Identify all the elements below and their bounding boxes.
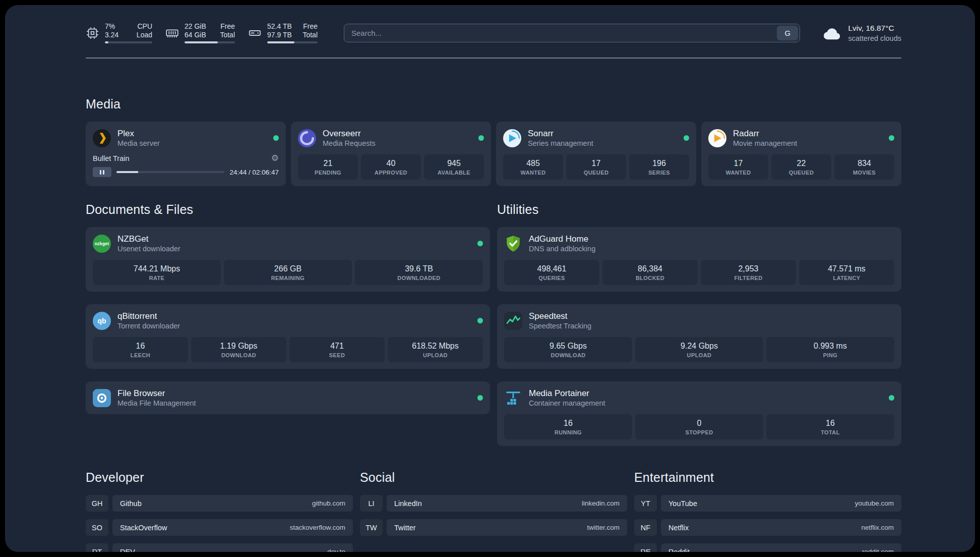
stat-label: QUERIES — [506, 275, 597, 282]
stat-label: LATENCY — [801, 275, 892, 282]
stat-box: 618.52 MbpsUPLOAD — [388, 337, 483, 362]
dashboard-content: 7%CPU 3.24Load 22 GiBFree 64 GiBTotal — [86, 5, 901, 552]
stat-box: 1.19 GbpsDOWNLOAD — [191, 337, 286, 362]
bookmark-group-social: Social LI LinkedInlinkedin.com TW Twitte… — [360, 470, 627, 552]
cpu-usage: 7% — [105, 22, 115, 31]
bookmark-group-entertainment: Entertainment YT YouTubeyoutube.com NF N… — [634, 470, 901, 552]
service-desc: DNS and adblocking — [529, 244, 595, 253]
speedtest-icon — [504, 312, 522, 330]
stat-box: 485WANTED — [503, 154, 563, 180]
playback-progress-track[interactable] — [116, 171, 224, 173]
service-desc: Series management — [528, 139, 593, 148]
stat-label: RATE — [95, 275, 219, 282]
overseerr-icon — [298, 129, 316, 147]
bookmark-url: github.com — [312, 499, 345, 507]
radarr-icon — [708, 129, 726, 147]
stat-value: 618.52 Mbps — [390, 341, 481, 351]
stat-label: TOTAL — [768, 429, 892, 436]
stat-label: PING — [768, 352, 892, 359]
adguard-icon — [504, 235, 522, 253]
stat-box: 17QUEUED — [566, 154, 626, 180]
service-name: NZBGet — [117, 234, 180, 244]
stat-value: 39.6 TB — [357, 264, 481, 273]
bookmark-name: StackOverflow — [120, 524, 167, 532]
service-name: AdGuard Home — [529, 234, 595, 244]
stat-value: 498,461 — [506, 264, 597, 273]
pause-button[interactable] — [93, 167, 111, 177]
dashboard-panel: 7%CPU 3.24Load 22 GiBFree 64 GiBTotal — [5, 5, 975, 552]
stat-label: SEED — [291, 352, 383, 359]
stat-value: 485 — [505, 158, 561, 168]
service-card-overseerr[interactable]: Overseerr Media Requests 21PENDING 40APP… — [291, 122, 491, 186]
bookmark-name: Netflix — [668, 524, 689, 532]
bookmark-abbr: SO — [86, 519, 108, 536]
bookmark-url: twitter.com — [587, 524, 620, 531]
search-input[interactable] — [344, 29, 775, 37]
stat-box: 40APPROVED — [361, 154, 421, 180]
bookmark-group-developer: Developer GH Githubgithub.com SO StackOv… — [86, 470, 353, 552]
service-card-adguard[interactable]: AdGuard Home DNS and adblocking 498,461Q… — [497, 227, 901, 292]
stat-label: RUNNING — [506, 429, 630, 436]
stat-label: MOVIES — [836, 170, 892, 176]
cpu-load-label: Load — [137, 31, 152, 39]
qbittorrent-icon: qb — [93, 312, 111, 330]
service-name: Media Portainer — [529, 388, 605, 399]
service-card-plex[interactable]: Plex Media server Bullet Train ⚙ 24:44 /… — [86, 122, 286, 186]
service-desc: Container management — [529, 399, 605, 408]
bookmark-abbr: GH — [86, 495, 108, 512]
bookmark-reddit[interactable]: RE Redditreddit.com — [634, 543, 901, 552]
bookmark-name: DEV — [120, 548, 135, 552]
bookmark-name: Twitter — [394, 524, 416, 532]
status-dot — [477, 395, 483, 401]
stat-label: BLOCKED — [604, 275, 696, 282]
stat-label: QUEUED — [568, 170, 624, 176]
bookmark-twitter[interactable]: TW Twittertwitter.com — [360, 519, 627, 536]
search-provider-button[interactable]: G — [777, 26, 798, 40]
stat-label: PENDING — [300, 170, 356, 176]
gear-icon[interactable]: ⚙ — [271, 154, 279, 162]
bookmark-youtube[interactable]: YT YouTubeyoutube.com — [634, 495, 901, 512]
service-card-filebrowser[interactable]: File Browser Media File Management — [86, 381, 490, 414]
stat-value: 9.65 Gbps — [506, 341, 630, 351]
playback-time: 24:44 / 02:06:47 — [229, 169, 279, 176]
bookmark-name: Reddit — [668, 548, 690, 552]
service-card-qbittorrent[interactable]: qb qBittorrent Torrent downloader 16LEEC… — [86, 304, 490, 369]
stat-value: 744.21 Mbps — [95, 264, 219, 273]
service-desc: Movie management — [733, 139, 797, 148]
service-card-radarr[interactable]: Radarr Movie management 17WANTED 22QUEUE… — [701, 122, 901, 186]
bookmark-dev[interactable]: DT DEVdev.to — [86, 543, 353, 552]
disk-total-label: Total — [302, 31, 318, 39]
bookmark-netflix[interactable]: NF Netflixnetflix.com — [634, 519, 901, 536]
cpu-label: CPU — [137, 22, 152, 31]
weather-widget[interactable]: Lviv, 16.87°C scattered clouds — [822, 23, 901, 43]
service-card-sonarr[interactable]: Sonarr Series management 485WANTED 17QUE… — [496, 122, 696, 186]
stat-value: 0 — [637, 418, 761, 428]
bookmark-stackoverflow[interactable]: SO StackOverflowstackoverflow.com — [86, 519, 353, 536]
stat-box: 9.24 GbpsUPLOAD — [635, 337, 763, 362]
bookmark-name: Github — [120, 499, 142, 508]
bookmark-github[interactable]: GH Githubgithub.com — [86, 495, 353, 512]
disk-free-label: Free — [303, 22, 318, 31]
weather-condition: scattered clouds — [848, 34, 901, 43]
service-name: File Browser — [117, 388, 196, 399]
stat-value: 22 — [773, 158, 829, 168]
section-title-entertainment: Entertainment — [634, 470, 901, 485]
service-desc: Media server — [117, 139, 160, 148]
section-title-developer: Developer — [86, 470, 353, 485]
stat-value: 196 — [631, 158, 687, 168]
stat-value: 86,384 — [604, 264, 696, 273]
section-title-utilities: Utilities — [497, 202, 901, 217]
stat-box: 86,384BLOCKED — [602, 260, 698, 285]
service-card-portainer[interactable]: Media Portainer Container management 16R… — [497, 381, 901, 446]
memory-free-label: Free — [220, 22, 235, 31]
stat-label: SERIES — [631, 170, 687, 176]
disk-total: 97.9 TB — [267, 31, 292, 39]
service-card-nzbget[interactable]: nzbget NZBGet Usenet downloader 744.21 M… — [86, 227, 490, 292]
stat-box: 2,953FILTERED — [701, 260, 796, 285]
service-card-speedtest[interactable]: Speedtest Speedtest Tracking 9.65 GbpsDO… — [497, 304, 901, 369]
stat-value: 47.571 ms — [801, 264, 892, 273]
bookmark-linkedin[interactable]: LI LinkedInlinkedin.com — [360, 495, 627, 512]
service-name: Plex — [117, 128, 160, 139]
stat-box: 17WANTED — [708, 154, 768, 180]
bookmark-url: linkedin.com — [582, 499, 620, 507]
